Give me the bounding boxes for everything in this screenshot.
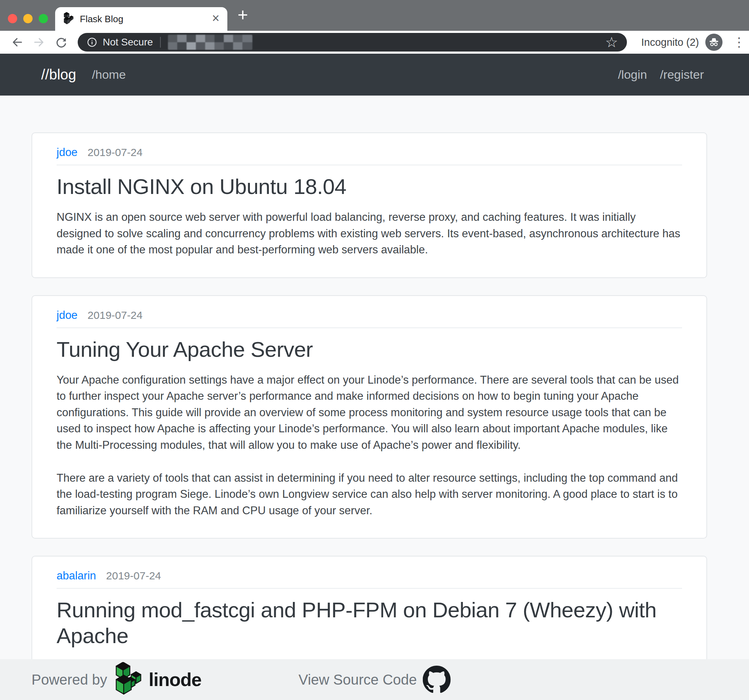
post-card: jdoe 2019-07-24 Tuning Your Apache Serve… (32, 295, 707, 539)
window-controls (8, 14, 48, 23)
view-source-link[interactable]: View Source Code (299, 666, 451, 694)
site-navbar: //blog /home /login /register (0, 54, 749, 96)
window-minimize-button[interactable] (23, 14, 32, 23)
post-author-link[interactable]: jdoe (57, 146, 78, 159)
security-label: Not Secure (103, 37, 153, 48)
post-divider (57, 328, 682, 328)
post-card: jdoe 2019-07-24 Install NGINX on Ubuntu … (32, 133, 707, 278)
browser-toolbar: Not Secure ☆ Incognito (2) ⋮ (0, 31, 749, 54)
post-title: Tuning Your Apache Server (57, 337, 665, 363)
powered-by-label: Powered by (32, 672, 107, 688)
post-date: 2019-07-24 (106, 570, 161, 582)
tab-favicon-linode-icon (63, 12, 74, 26)
reload-icon (54, 35, 68, 49)
address-bar-divider (160, 37, 161, 47)
view-source-label: View Source Code (299, 672, 417, 688)
forward-button[interactable] (32, 35, 46, 49)
tab-title: Flask Blog (80, 14, 212, 25)
bookmark-star-icon[interactable]: ☆ (605, 35, 618, 49)
incognito-badge-icon (705, 34, 723, 51)
site-footer: Powered by linode (0, 659, 749, 700)
new-tab-button[interactable]: + (232, 0, 254, 29)
blog-post-list: jdoe 2019-07-24 Install NGINX on Ubuntu … (0, 96, 749, 700)
incognito-label: Incognito (2) (641, 37, 699, 48)
post-excerpt: NGINX is an open source web server with … (57, 209, 682, 258)
nav-link-register[interactable]: /register (660, 68, 704, 82)
info-icon (87, 37, 97, 47)
window-zoom-button[interactable] (39, 14, 48, 23)
browser-tab-strip: Flask Blog × + (0, 0, 749, 31)
site-security-chip[interactable]: Not Secure (87, 37, 153, 48)
navbar-brand[interactable]: //blog (41, 67, 76, 83)
redacted-url (168, 35, 252, 50)
nav-link-home[interactable]: /home (92, 68, 126, 82)
github-icon (422, 666, 450, 694)
post-title: Install NGINX on Ubuntu 18.04 (57, 174, 665, 200)
tab-close-icon[interactable]: × (212, 12, 220, 26)
post-date: 2019-07-24 (88, 309, 142, 321)
browser-tab[interactable]: Flask Blog × (55, 7, 227, 31)
reload-button[interactable] (54, 35, 68, 49)
post-author-link[interactable]: abalarin (57, 569, 96, 582)
post-date: 2019-07-24 (88, 146, 142, 159)
address-bar[interactable]: Not Secure ☆ (78, 33, 627, 52)
window-close-button[interactable] (8, 14, 17, 23)
forward-arrow-icon (32, 35, 46, 49)
post-author-link[interactable]: jdoe (57, 309, 78, 322)
post-excerpt: There are a variety of tools that can as… (57, 470, 682, 519)
browser-menu-icon[interactable]: ⋮ (732, 36, 745, 49)
post-excerpt: Your Apache configuration settings have … (57, 372, 682, 453)
post-divider (57, 165, 682, 165)
post-divider (57, 588, 682, 589)
linode-wordmark: linode (148, 669, 201, 690)
back-button[interactable] (10, 35, 24, 49)
back-arrow-icon (11, 35, 24, 49)
powered-by-linode-link[interactable]: Powered by linode (32, 664, 201, 695)
nav-link-login[interactable]: /login (618, 68, 647, 82)
linode-logo-icon (113, 664, 142, 695)
post-title: Running mod_fastcgi and PHP-FPM on Debia… (57, 597, 665, 649)
